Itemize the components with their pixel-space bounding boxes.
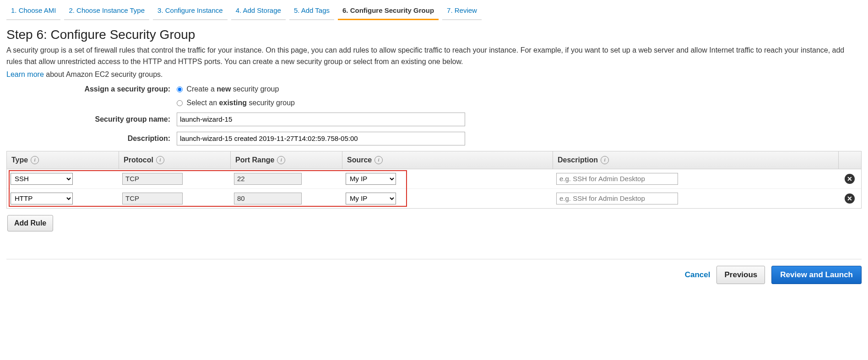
- step-add-tags[interactable]: 5. Add Tags: [289, 3, 334, 20]
- wizard-steps: 1. Choose AMI 2. Choose Instance Type 3.…: [6, 3, 862, 20]
- learn-more-link[interactable]: Learn more: [6, 70, 44, 78]
- add-rule-button[interactable]: Add Rule: [7, 215, 53, 231]
- step-add-storage[interactable]: 4. Add Storage: [231, 3, 286, 20]
- info-icon[interactable]: i: [156, 156, 164, 164]
- rule-protocol-field: [122, 193, 183, 204]
- info-icon[interactable]: i: [601, 156, 609, 164]
- create-new-radio[interactable]: [177, 86, 183, 92]
- remove-rule-button[interactable]: ✕: [845, 193, 855, 204]
- rule-protocol-field: [122, 173, 183, 185]
- assign-label: Assign a security group:: [6, 85, 177, 93]
- page-description: A security group is a set of firewall ru…: [6, 45, 862, 68]
- col-remove: [838, 151, 861, 169]
- select-existing-radio-label[interactable]: Select an existing security group: [177, 99, 295, 107]
- review-and-launch-button[interactable]: Review and Launch: [771, 266, 862, 284]
- about-text: about Amazon EC2 security groups.: [44, 70, 163, 78]
- rule-port-field: [234, 193, 302, 204]
- sg-desc-label: Description:: [6, 134, 177, 143]
- cancel-link[interactable]: Cancel: [685, 270, 711, 279]
- select-existing-radio[interactable]: [177, 100, 183, 106]
- step-review[interactable]: 7. Review: [442, 3, 482, 20]
- info-icon[interactable]: i: [277, 156, 285, 164]
- previous-button[interactable]: Previous: [716, 266, 765, 284]
- col-description: Descriptioni: [553, 151, 838, 169]
- remove-rule-button[interactable]: ✕: [845, 174, 855, 184]
- page-title: Step 6: Configure Security Group: [6, 27, 862, 42]
- rule-type-select[interactable]: SSH: [11, 173, 73, 185]
- security-group-form: Assign a security group: Create a new se…: [6, 85, 862, 145]
- sg-desc-input[interactable]: [177, 132, 465, 145]
- col-source: Sourcei: [342, 151, 553, 169]
- rule-port-field: [234, 173, 302, 185]
- close-icon: ✕: [847, 195, 852, 202]
- rule-source-select[interactable]: My IP: [346, 193, 396, 204]
- rule-description-input[interactable]: [556, 193, 678, 204]
- step-choose-ami[interactable]: 1. Choose AMI: [6, 3, 60, 20]
- rule-row: SSH My IP ✕: [7, 169, 861, 189]
- sg-name-label: Security group name:: [6, 115, 177, 124]
- info-icon[interactable]: i: [374, 156, 383, 164]
- create-new-radio-label[interactable]: Create a new security group: [177, 85, 279, 93]
- rule-row: HTTP My IP ✕: [7, 189, 861, 208]
- footer-actions: Cancel Previous Review and Launch: [6, 259, 862, 290]
- info-icon[interactable]: i: [31, 156, 39, 164]
- step-configure-security-group[interactable]: 6. Configure Security Group: [338, 3, 439, 20]
- rules-header: Typei Protocoli Port Rangei Sourcei Desc…: [7, 151, 861, 169]
- col-type: Typei: [7, 151, 119, 169]
- rule-description-input[interactable]: [556, 173, 678, 185]
- rule-type-select[interactable]: HTTP: [11, 193, 73, 204]
- col-protocol: Protocoli: [119, 151, 230, 169]
- rules-body: SSH My IP ✕ HTTP: [7, 169, 861, 208]
- rule-source-select[interactable]: My IP: [346, 173, 396, 185]
- close-icon: ✕: [847, 176, 852, 182]
- rules-table: Typei Protocoli Port Rangei Sourcei Desc…: [6, 151, 862, 209]
- col-port: Port Rangei: [230, 151, 342, 169]
- step-configure-instance[interactable]: 3. Configure Instance: [153, 3, 228, 20]
- sg-name-input[interactable]: [177, 113, 465, 126]
- step-choose-instance-type[interactable]: 2. Choose Instance Type: [64, 3, 149, 20]
